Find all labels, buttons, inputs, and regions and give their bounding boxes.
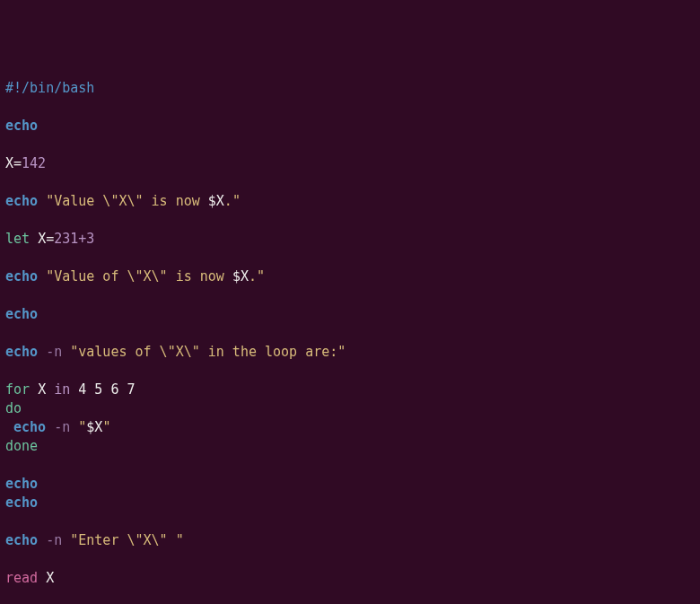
code-token: echo bbox=[5, 344, 38, 360]
code-token bbox=[38, 268, 46, 284]
code-token bbox=[5, 419, 13, 435]
code-line: let X=231+3 bbox=[5, 230, 695, 249]
code-token: Enter \ bbox=[78, 532, 135, 548]
code-token: X bbox=[5, 155, 13, 171]
code-token bbox=[46, 381, 54, 398]
code-token: echo bbox=[5, 118, 38, 134]
code-token bbox=[38, 532, 46, 548]
code-token: echo bbox=[5, 306, 38, 322]
code-token: " bbox=[176, 532, 184, 548]
code-token: echo bbox=[5, 495, 38, 511]
code-token: echo bbox=[5, 193, 38, 209]
code-token bbox=[62, 532, 70, 548]
code-token: " bbox=[46, 193, 54, 209]
code-token: X\ bbox=[118, 193, 135, 209]
code-token: " bbox=[232, 193, 241, 209]
code-line: echo bbox=[5, 117, 695, 136]
code-token: values of \ bbox=[78, 344, 167, 360]
code-token: . bbox=[249, 268, 257, 284]
code-token: " bbox=[102, 419, 110, 435]
code-token: " bbox=[136, 532, 144, 548]
code-line bbox=[5, 588, 695, 604]
code-line bbox=[5, 249, 695, 267]
code-line: echo -n "values of \"X\" in the loop are… bbox=[5, 343, 695, 362]
code-token bbox=[38, 193, 46, 209]
code-line bbox=[5, 136, 695, 154]
code-line: echo "Value of \"X\" is now $X." bbox=[5, 267, 695, 286]
code-token: is now bbox=[144, 193, 208, 209]
code-token: X bbox=[46, 570, 54, 586]
code-token: 231+3 bbox=[54, 231, 94, 247]
code-token: " bbox=[70, 532, 78, 548]
code-token: $X bbox=[208, 193, 224, 209]
code-line: echo -n "$X" bbox=[5, 418, 695, 437]
code-token: 4 5 6 7 bbox=[78, 381, 135, 398]
code-token bbox=[46, 419, 54, 435]
code-line: do bbox=[5, 399, 695, 418]
code-token: let bbox=[5, 231, 30, 247]
code-token: " bbox=[192, 344, 200, 360]
code-token: for bbox=[5, 381, 30, 398]
code-token bbox=[168, 532, 176, 548]
code-token: " bbox=[168, 344, 176, 360]
code-line: for X in 4 5 6 7 bbox=[5, 381, 695, 399]
code-line: X=142 bbox=[5, 154, 695, 173]
code-token: " bbox=[160, 268, 168, 284]
code-token: done bbox=[5, 438, 38, 454]
code-line: echo -n "Enter \"X\" " bbox=[5, 531, 695, 550]
code-token: echo bbox=[13, 419, 46, 435]
code-token: " bbox=[160, 532, 168, 548]
code-token: echo bbox=[5, 532, 38, 548]
code-token: X\ bbox=[144, 268, 160, 284]
code-token: read bbox=[5, 570, 38, 586]
code-line: echo bbox=[5, 494, 695, 512]
code-token bbox=[38, 344, 46, 360]
code-token: in the loop are: bbox=[200, 344, 338, 360]
code-token bbox=[62, 344, 70, 360]
code-token: is now bbox=[168, 268, 232, 284]
code-line bbox=[5, 98, 695, 117]
code-token bbox=[70, 419, 78, 435]
code-token: . bbox=[224, 193, 232, 209]
code-token bbox=[38, 570, 46, 586]
code-token: X\ bbox=[176, 344, 192, 360]
code-line: echo bbox=[5, 475, 695, 494]
code-token: X bbox=[38, 231, 46, 247]
code-token: do bbox=[5, 400, 22, 416]
code-token: X bbox=[38, 381, 46, 398]
code-line bbox=[5, 173, 695, 192]
code-token: -n bbox=[54, 419, 70, 435]
code-token bbox=[70, 381, 78, 398]
code-token: " bbox=[136, 268, 144, 284]
code-token bbox=[30, 381, 38, 398]
code-token: = bbox=[46, 231, 54, 247]
code-line bbox=[5, 456, 695, 475]
code-line: done bbox=[5, 437, 695, 456]
code-line: echo "Value \"X\" is now $X." bbox=[5, 192, 695, 211]
code-token: " bbox=[257, 268, 265, 284]
code-line: read X bbox=[5, 569, 695, 588]
code-token: X\ bbox=[144, 532, 160, 548]
code-token: echo bbox=[5, 268, 38, 284]
code-line bbox=[5, 324, 695, 343]
code-line bbox=[5, 362, 695, 381]
code-line: #!/bin/bash bbox=[5, 79, 695, 98]
code-token: -n bbox=[46, 532, 62, 548]
code-token: 142 bbox=[22, 155, 46, 171]
code-token bbox=[30, 231, 38, 247]
code-line bbox=[5, 512, 695, 531]
code-line bbox=[5, 550, 695, 569]
code-token: Value of \ bbox=[54, 268, 135, 284]
code-token: = bbox=[13, 155, 22, 171]
code-token: " bbox=[46, 268, 54, 284]
code-token: -n bbox=[46, 344, 62, 360]
code-token: $X bbox=[232, 268, 249, 284]
code-token: " bbox=[70, 344, 78, 360]
code-line bbox=[5, 286, 695, 305]
code-token: Value \ bbox=[54, 193, 110, 209]
code-line bbox=[5, 211, 695, 230]
code-token: " bbox=[78, 419, 86, 435]
code-editor[interactable]: #!/bin/bashechoX=142echo "Value \"X\" is… bbox=[5, 79, 695, 604]
code-token: in bbox=[54, 381, 70, 398]
code-token: " bbox=[136, 193, 144, 209]
